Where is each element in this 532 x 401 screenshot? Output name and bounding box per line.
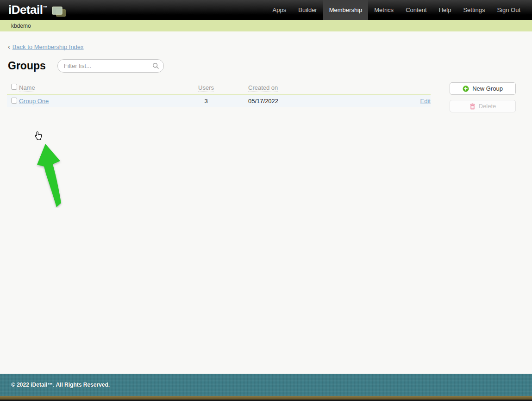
table-header-row: Name Users Created on — [7, 82, 431, 95]
trash-icon — [469, 103, 476, 110]
vertical-divider — [441, 82, 441, 370]
nav-item-metrics[interactable]: Metrics — [368, 0, 400, 20]
column-header-users[interactable]: Users — [198, 84, 214, 92]
logo-trademark: ™ — [43, 5, 48, 10]
photo-stack-icon — [51, 6, 67, 18]
action-panel: New Group Delete — [441, 82, 532, 112]
nav-item-builder[interactable]: Builder — [292, 0, 323, 20]
new-group-label: New Group — [472, 85, 503, 92]
column-header-created[interactable]: Created on — [248, 84, 278, 92]
main-content: ‹ Back to Membership Index Groups Name U… — [0, 31, 532, 374]
title-row: Groups — [8, 59, 532, 73]
footer-texture-strip — [0, 396, 532, 400]
breadcrumb: ‹ Back to Membership Index — [0, 31, 532, 50]
table-row: Group One 3 05/17/2022 Edit — [7, 95, 431, 107]
plus-circle-icon — [463, 86, 469, 92]
group-name-link[interactable]: Group One — [19, 98, 49, 105]
filter-input[interactable] — [57, 59, 164, 73]
row-checkbox[interactable] — [11, 98, 17, 104]
nav-item-help[interactable]: Help — [433, 0, 457, 20]
row-created-date: 05/17/2022 — [227, 98, 403, 105]
logo-text: iDetail™ — [8, 3, 47, 17]
filter-container — [57, 59, 164, 73]
groups-table: Name Users Created on Group One 3 05/17/… — [0, 82, 441, 107]
app-logo[interactable]: iDetail™ — [0, 0, 67, 20]
back-chevron-icon: ‹ — [8, 43, 10, 50]
back-to-membership-link[interactable]: Back to Membership Index — [13, 43, 84, 50]
select-all-checkbox[interactable] — [11, 84, 17, 90]
nav-item-sign-out[interactable]: Sign Out — [491, 0, 526, 20]
nav-item-membership[interactable]: Membership — [323, 0, 369, 20]
nav-item-content[interactable]: Content — [400, 0, 433, 20]
search-icon — [152, 62, 159, 69]
new-group-button[interactable]: New Group — [450, 82, 516, 95]
page-title: Groups — [8, 60, 46, 72]
copyright-text: © 2022 iDetail™. All Rights Reserved. — [11, 382, 110, 388]
column-header-name[interactable]: Name — [19, 84, 35, 92]
row-users-count: 3 — [185, 98, 227, 105]
delete-button[interactable]: Delete — [450, 100, 516, 112]
nav-item-apps[interactable]: Apps — [267, 0, 293, 20]
groups-section: Name Users Created on Group One 3 05/17/… — [0, 82, 532, 370]
delete-label: Delete — [479, 103, 496, 110]
nav-menu: Apps Builder Membership Metrics Content … — [267, 0, 532, 20]
edit-link[interactable]: Edit — [420, 98, 431, 105]
nav-item-settings[interactable]: Settings — [457, 0, 491, 20]
account-name: kbdemo — [11, 23, 31, 29]
top-navbar: iDetail™ Apps Builder Membership Metrics… — [0, 0, 532, 20]
account-bar: kbdemo — [0, 20, 532, 31]
footer: © 2022 iDetail™. All Rights Reserved. — [0, 374, 532, 396]
